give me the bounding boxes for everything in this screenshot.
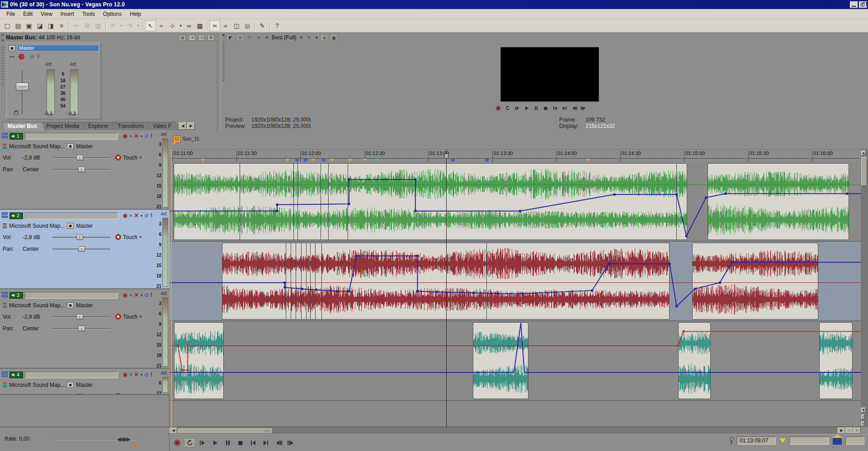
playhead[interactable] bbox=[446, 149, 447, 427]
dim-output-icon[interactable]: ◁» bbox=[198, 35, 205, 41]
quality-dropdown-icon[interactable]: ▼ bbox=[265, 36, 269, 40]
play-from-start-button[interactable] bbox=[197, 438, 208, 447]
minimize-track-icon[interactable] bbox=[2, 133, 8, 135]
preview-loop-playback-button[interactable] bbox=[504, 105, 512, 112]
ruler-marker-icon[interactable] bbox=[295, 159, 299, 162]
track-number-badge[interactable]: 3 bbox=[9, 292, 23, 299]
track-lane-3[interactable] bbox=[170, 321, 868, 401]
video-output-icon[interactable]: 🞔 bbox=[236, 34, 244, 41]
track-fx-button[interactable]: ≈ bbox=[129, 212, 132, 219]
tab-project-media[interactable]: Project Media bbox=[40, 122, 87, 130]
restore-button[interactable] bbox=[859, 1, 867, 8]
audio-event[interactable] bbox=[678, 322, 711, 399]
audio-event[interactable] bbox=[708, 163, 849, 240]
arm-record-button[interactable]: ◉ bbox=[123, 133, 127, 139]
insert-bus-icon[interactable]: ⊞ bbox=[208, 35, 214, 41]
horizontal-scrollbar[interactable]: ◀ ▶ − + bbox=[170, 427, 861, 434]
solo-button[interactable]: ⊘ bbox=[144, 212, 149, 219]
next-frame-button[interactable] bbox=[285, 438, 297, 447]
preview-go-to-start-button[interactable] bbox=[551, 105, 559, 112]
audio-device-icon[interactable] bbox=[3, 382, 7, 387]
automation-mode[interactable]: Touch bbox=[123, 314, 137, 320]
ruler-marker-icon[interactable] bbox=[322, 159, 326, 162]
track-lane-1[interactable] bbox=[170, 162, 868, 242]
automation-dropdown-icon[interactable]: ▾ bbox=[140, 155, 142, 160]
vol-value[interactable]: -2,8 dB bbox=[23, 155, 52, 161]
automation-settings-icon[interactable] bbox=[116, 394, 121, 395]
mute-dropdown-icon[interactable]: ▾ bbox=[141, 214, 142, 218]
bus-assign-icon[interactable]: ▣ bbox=[67, 302, 74, 308]
pan-slider-thumb[interactable] bbox=[78, 167, 85, 172]
lock-icon[interactable] bbox=[14, 112, 18, 115]
master-fader[interactable] bbox=[16, 83, 28, 91]
master-bus-icon[interactable]: ▣ bbox=[9, 45, 15, 51]
preview-previous-frame-button[interactable] bbox=[570, 105, 578, 112]
minimize-button[interactable] bbox=[850, 1, 858, 8]
track-device-name[interactable]: Microsoft Sound Map... bbox=[9, 223, 65, 229]
volume-slider[interactable] bbox=[52, 155, 110, 160]
volume-slider-thumb[interactable] bbox=[76, 314, 83, 319]
mute-button[interactable]: ✕ bbox=[134, 292, 139, 298]
scroll-up-icon[interactable]: ▲ bbox=[861, 150, 866, 155]
preview-next-frame-button[interactable] bbox=[580, 105, 588, 112]
envelope-node[interactable] bbox=[675, 305, 678, 307]
arm-record-button[interactable]: ◉ bbox=[123, 212, 127, 219]
track-fx-button[interactable]: ≈ bbox=[129, 371, 132, 378]
ruler-marker-icon[interactable] bbox=[311, 159, 315, 162]
tab-video-f[interactable]: Video F bbox=[147, 122, 179, 130]
ruler-marker-icon[interactable] bbox=[201, 159, 205, 162]
menu-file[interactable]: File bbox=[3, 10, 19, 18]
playhead-handle[interactable] bbox=[444, 154, 448, 159]
lock-envelopes-icon[interactable]: ▩ bbox=[194, 20, 205, 31]
restore-track-icon[interactable] bbox=[2, 216, 8, 218]
track-lane-4[interactable] bbox=[170, 401, 868, 427]
invert-phase-button[interactable]: ǃ bbox=[151, 371, 152, 378]
automation-mode[interactable]: Touch bbox=[123, 234, 137, 240]
ruler-marker-icon[interactable] bbox=[304, 159, 307, 162]
preview-play-button[interactable] bbox=[523, 105, 531, 112]
mute-button[interactable]: ✕ bbox=[134, 133, 139, 139]
pan-slider-thumb[interactable] bbox=[78, 246, 85, 252]
preview-play-from-start-button[interactable] bbox=[513, 105, 521, 112]
automation-settings-icon[interactable]: ✱ bbox=[19, 54, 24, 59]
track-fx-button[interactable]: ≈ bbox=[129, 292, 132, 298]
menu-view[interactable]: View bbox=[37, 10, 56, 18]
track-device-name[interactable]: Microsoft Sound Map... bbox=[9, 382, 65, 388]
menu-tools[interactable]: Tools bbox=[79, 10, 99, 18]
status-time-field[interactable]: 01:13:09,07 bbox=[737, 437, 776, 445]
mute-button[interactable]: ✕ bbox=[134, 212, 139, 219]
invert-phase-button[interactable]: ǃ bbox=[151, 292, 152, 298]
dock-grip[interactable] bbox=[222, 40, 225, 81]
pin-icon[interactable] bbox=[729, 437, 733, 444]
arm-record-button[interactable]: ◉ bbox=[123, 292, 127, 298]
play-button[interactable] bbox=[209, 438, 221, 447]
track-name-field[interactable] bbox=[25, 212, 118, 219]
automation-settings-icon[interactable] bbox=[116, 314, 121, 319]
close-icon[interactable]: ✕ bbox=[222, 33, 226, 38]
auto-ripple-icon[interactable]: ∝ bbox=[220, 20, 231, 31]
new-project-icon[interactable]: ▢ bbox=[2, 20, 13, 31]
track-zoom-in-icon[interactable]: + bbox=[861, 421, 864, 426]
solo-button[interactable]: ⊘ bbox=[144, 133, 149, 139]
normal-edit-tool-icon[interactable]: ↖ bbox=[145, 20, 156, 31]
ruler-marker-icon[interactable] bbox=[451, 159, 455, 162]
project-properties-icon[interactable]: ◪ bbox=[34, 20, 45, 31]
solo-button[interactable]: ⊘ bbox=[144, 371, 149, 378]
audio-event[interactable] bbox=[222, 243, 670, 319]
arm-record-button[interactable]: ◉ bbox=[123, 371, 127, 378]
preview-pause-button[interactable] bbox=[532, 105, 540, 112]
audio-device-icon[interactable] bbox=[3, 303, 7, 308]
selection-field[interactable] bbox=[789, 437, 829, 445]
preview-stop-button[interactable] bbox=[542, 105, 550, 112]
dim-icon[interactable]: ǀ bbox=[38, 54, 39, 59]
track-number-badge[interactable]: 4 bbox=[9, 371, 23, 378]
loop-playback-button[interactable] bbox=[184, 438, 195, 447]
audio-device-icon[interactable] bbox=[3, 223, 7, 228]
minimize-track-icon[interactable] bbox=[2, 371, 8, 374]
restore-track-icon[interactable] bbox=[2, 136, 8, 138]
ruler-marker-icon[interactable] bbox=[349, 159, 352, 162]
track-number-badge[interactable]: 1 bbox=[9, 133, 23, 140]
pause-button[interactable] bbox=[222, 438, 233, 447]
bus-assign-icon[interactable]: ▣ bbox=[67, 223, 74, 229]
pan-value[interactable]: Center bbox=[23, 166, 52, 173]
